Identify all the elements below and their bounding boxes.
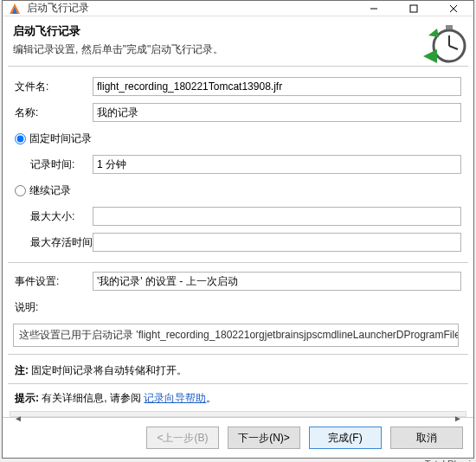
continuous-label[interactable]: 继续记录 (29, 183, 71, 198)
record-time-input[interactable] (93, 155, 461, 174)
name-input[interactable] (93, 103, 461, 122)
window-title: 启动飞行记录 (27, 1, 354, 16)
file-input[interactable] (93, 77, 461, 96)
hint-text-before: 有关详细信息, 请参阅 (42, 392, 141, 404)
close-button[interactable] (434, 1, 473, 16)
svg-marker-11 (423, 49, 437, 63)
banner: 启动飞行记录 编辑记录设置, 然后单击"完成"启动飞行记录。 (3, 16, 473, 66)
stopwatch-icon (420, 18, 468, 67)
max-age-input[interactable] (93, 233, 461, 252)
app-icon (8, 2, 22, 16)
back-button: <上一步(B) (146, 427, 219, 449)
maximize-button[interactable] (394, 1, 434, 16)
hint-block: 提示: 有关详细信息, 请参阅 记录向导帮助。 (3, 389, 473, 407)
svg-rect-4 (410, 5, 417, 12)
note-label: 注: (15, 364, 29, 376)
background-text: Total Physi (0, 459, 476, 462)
form-area: 文件名: 名称: 固定时间记录 记录时间: 继续记录 最大大小: (3, 67, 473, 322)
title-bar: 启动飞行记录 (3, 1, 473, 16)
help-link[interactable]: 记录向导帮助 (144, 392, 206, 404)
description-box: 这些设置已用于启动记录 'flight_recording_180221orgj… (13, 324, 459, 347)
continuous-radio[interactable] (15, 185, 26, 196)
max-age-label: 最大存活时间: (15, 235, 93, 250)
max-size-label: 最大大小: (15, 209, 93, 224)
separator (8, 354, 468, 355)
event-settings-label: 事件设置: (15, 274, 93, 289)
scroll-left-icon[interactable]: ◄ (10, 412, 26, 426)
minimize-button[interactable] (354, 1, 394, 16)
scroll-right-icon[interactable]: ► (450, 412, 466, 426)
name-label: 名称: (15, 106, 93, 120)
svg-rect-10 (446, 25, 453, 29)
description-label: 说明: (15, 300, 93, 315)
svg-marker-12 (428, 29, 439, 37)
banner-subtitle: 编辑记录设置, 然后单击"完成"启动飞行记录。 (13, 42, 223, 57)
banner-heading: 启动飞行记录 (13, 23, 223, 39)
window-controls (354, 1, 473, 16)
event-settings-input[interactable] (93, 272, 461, 291)
next-button[interactable]: 下一步(N)> (228, 427, 300, 449)
separator (8, 383, 468, 384)
button-bar: <上一步(B) 下一步(N)> 完成(F) 取消 (3, 417, 473, 458)
record-time-label: 记录时间: (15, 157, 93, 172)
cancel-button[interactable]: 取消 (390, 427, 463, 449)
max-size-input[interactable] (93, 207, 461, 226)
note-text: 固定时间记录将自动转储和打开。 (31, 364, 187, 376)
dialog-window: 启动飞行记录 启动飞行记录 编辑记录设置, 然后单击"完成"启动飞行记录。 (2, 0, 474, 459)
hint-label: 提示: (15, 392, 39, 404)
separator (8, 262, 468, 263)
horizontal-scrollbar[interactable]: ◄ ► (10, 411, 466, 418)
fixed-time-label[interactable]: 固定时间记录 (29, 132, 92, 146)
file-label: 文件名: (15, 80, 93, 94)
hint-text-after: 。 (206, 392, 216, 404)
note-block: 注: 固定时间记录将自动转储和打开。 (3, 362, 473, 380)
finish-button[interactable]: 完成(F) (309, 427, 382, 449)
fixed-time-radio[interactable] (15, 133, 26, 144)
